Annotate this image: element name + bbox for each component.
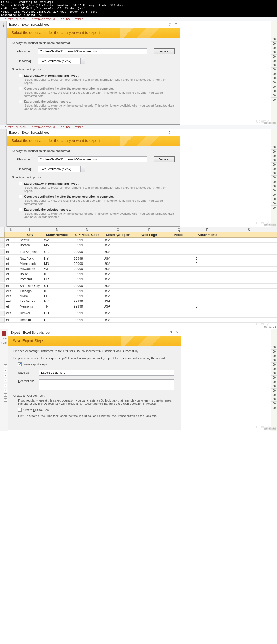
cell[interactable] [134,289,164,294]
cell[interactable]: Memphis [18,304,42,309]
cell[interactable] [164,299,194,304]
expand-icon[interactable]: + [4,398,7,402]
cell[interactable]: USA [102,243,134,248]
cell[interactable] [221,243,277,248]
cell[interactable] [164,272,194,277]
cell[interactable]: Portland [18,277,42,282]
cell[interactable]: 0 [194,284,221,289]
cell[interactable]: 0 [194,243,221,248]
cell[interactable]: Denver [18,311,42,316]
cell[interactable] [221,277,277,282]
row-header[interactable] [0,272,5,277]
cell[interactable]: 0 [194,318,221,323]
selected-records-checkbox-2[interactable] [19,208,22,211]
field-header[interactable]: Attachments [194,232,221,238]
browse-button[interactable]: Browse... [154,48,175,54]
cell[interactable]: 0 [194,299,221,304]
cell[interactable]: UT [42,284,72,289]
filename-input[interactable] [38,48,147,54]
field-header[interactable]: State/Province [42,232,72,238]
row-header[interactable] [0,318,5,323]
cell[interactable]: 0 [194,261,221,267]
cell[interactable]: 99999 [72,289,102,294]
cell[interactable]: et [5,318,18,323]
cell[interactable]: 0 [194,272,221,277]
column-letter[interactable]: R [194,227,221,232]
cell[interactable] [164,311,194,316]
cell[interactable]: USA [102,277,134,282]
cell[interactable]: Boston [18,243,42,248]
cell[interactable] [221,311,277,316]
row-header[interactable] [0,243,5,248]
browse-button-2[interactable]: Browse... [154,156,175,162]
cell[interactable]: HI [42,318,72,323]
cell[interactable]: eet [5,289,18,294]
cell[interactable] [221,238,277,243]
cell[interactable] [134,267,164,272]
help-icon[interactable]: ? [169,130,171,134]
field-header[interactable]: ZIP/Postal Code [72,232,102,238]
cell[interactable] [164,256,194,261]
cell[interactable]: 99999 [72,304,102,309]
cell[interactable] [134,318,164,323]
chevron-down-icon[interactable]: ▾ [80,58,85,64]
cell[interactable]: 99999 [72,299,102,304]
field-header[interactable] [221,232,277,238]
row-header[interactable] [0,256,5,261]
row-header[interactable] [0,299,5,304]
cell[interactable]: et [5,267,18,272]
excel-worksheet[interactable]: KLMNOPQRS CityState/ProvinceZIP/Postal C… [0,227,277,323]
cell[interactable]: USA [102,318,134,323]
cell[interactable]: Salt Lake City [18,284,42,289]
cell[interactable] [134,243,164,248]
save-export-steps-checkbox[interactable]: ✓ [18,362,22,366]
cell[interactable]: Boise [18,272,42,277]
expand-icon[interactable]: + [4,374,7,377]
row-header[interactable] [0,249,5,255]
row-header[interactable] [0,277,5,282]
ribbon-tab-dbtools-2[interactable]: DATABASE TOOLS [30,126,57,129]
cell[interactable] [134,299,164,304]
expand-icon[interactable]: + [4,393,7,397]
cell[interactable]: 0 [194,267,221,272]
cell[interactable]: et [5,238,18,243]
cell[interactable]: 0 [194,238,221,243]
cell[interactable]: et [5,304,18,309]
column-letter[interactable]: L [18,227,42,232]
field-header[interactable] [5,232,18,238]
cell[interactable] [221,256,277,261]
cell[interactable]: Chicago [18,289,42,294]
field-header[interactable]: City [18,232,42,238]
cell[interactable] [221,284,277,289]
row-header[interactable] [0,304,5,309]
cell[interactable] [134,284,164,289]
cell[interactable] [221,304,277,309]
cell[interactable]: WA [42,238,72,243]
field-header[interactable]: Country/Region [102,232,134,238]
cell[interactable] [134,294,164,299]
cell[interactable]: et [5,272,18,277]
cell[interactable]: USA [102,256,134,261]
expand-icon[interactable]: + [4,369,7,372]
cell[interactable]: USA [102,238,134,243]
expand-icon[interactable]: + [4,389,7,392]
cell[interactable]: FL [42,294,72,299]
cell[interactable]: TN [42,304,72,309]
cell[interactable]: OR [42,277,72,282]
column-letter[interactable]: O [102,227,134,232]
cell[interactable]: 99999 [72,284,102,289]
cell[interactable] [164,289,194,294]
cell[interactable]: Las Vegas [18,299,42,304]
cell[interactable]: et [5,256,18,261]
field-header[interactable]: Notes [164,232,194,238]
cell[interactable]: ID [42,272,72,277]
cell[interactable]: Honolulu [18,318,42,323]
cell[interactable]: CO [42,311,72,316]
cell[interactable]: USA [102,261,134,267]
cell[interactable]: eet [5,294,18,299]
fileformat-value[interactable] [38,58,85,64]
export-formatting-checkbox[interactable] [19,74,22,77]
cell[interactable] [164,267,194,272]
expand-icon[interactable]: + [4,384,7,387]
description-input[interactable] [39,379,174,390]
